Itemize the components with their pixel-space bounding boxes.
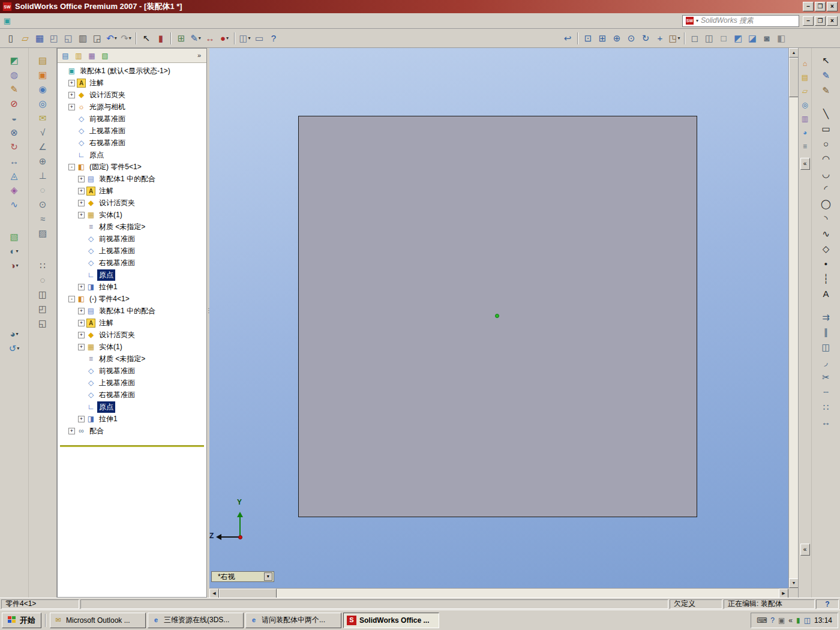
- tree-expander[interactable]: +: [68, 80, 75, 86]
- tree-expander[interactable]: +: [78, 176, 85, 182]
- hidden-lines-visible-icon[interactable]: ◫▾: [702, 31, 716, 46]
- section-view-icon[interactable]: ◧▾: [774, 31, 788, 46]
- task-button[interactable]: ✉ Microsoft Outlook ...: [50, 613, 146, 628]
- dropdown-caret-icon[interactable]: ▾: [17, 346, 19, 351]
- tree-item[interactable]: ∟ 原点: [58, 401, 206, 413]
- task-button[interactable]: e 三维资源在线(3DS...: [148, 613, 244, 628]
- change-suppression-icon[interactable]: ◒▾: [4, 110, 25, 125]
- scroll-down-button[interactable]: ▼: [789, 578, 798, 588]
- modify-sketch-icon[interactable]: ↔▾: [817, 415, 835, 430]
- tree-item[interactable]: + ▦ 实体(1): [58, 341, 206, 353]
- trim-entities-icon[interactable]: ✂▾: [817, 370, 835, 385]
- datum-target-icon[interactable]: ◌▾: [32, 182, 53, 197]
- tree-item[interactable]: + ◆ 设计活页夹: [58, 89, 206, 101]
- rectangle-icon[interactable]: ▭▾: [817, 121, 835, 136]
- redo-icon[interactable]: ↷▾: [119, 31, 133, 46]
- tree-item[interactable]: ≡ 材质 <未指定>: [58, 353, 206, 365]
- propertymanager-tab-icon[interactable]: ▥: [73, 50, 85, 61]
- tree-item[interactable]: ◇ 前视基准面: [58, 365, 206, 377]
- menu-item[interactable]: [32, 19, 42, 23]
- scroll-left-button[interactable]: ◀: [209, 589, 219, 598]
- help-tray-icon[interactable]: ?: [770, 616, 775, 625]
- search-icon[interactable]: ◎: [799, 99, 811, 110]
- point-icon[interactable]: •▾: [817, 256, 835, 271]
- tree-item[interactable]: + ◨ 拉伸1: [58, 413, 206, 425]
- print-preview-icon[interactable]: ◲▾: [90, 31, 104, 46]
- hidden-lines-removed-icon[interactable]: □▾: [716, 31, 731, 46]
- hole-callout-icon[interactable]: ⊙▾: [32, 197, 53, 211]
- table-icon[interactable]: ◰▾: [32, 301, 53, 316]
- parabola-icon[interactable]: ◝▾: [817, 211, 835, 226]
- animation-icon[interactable]: ↺▾: [4, 341, 25, 355]
- tree-item[interactable]: + ▤ 装配体1 中的配合: [58, 305, 206, 317]
- note-icon[interactable]: ✉▾: [32, 110, 53, 125]
- close-button[interactable]: ×: [827, 2, 838, 11]
- menu-item[interactable]: [23, 19, 32, 23]
- shaded-with-edges-icon[interactable]: ◩▾: [731, 31, 745, 46]
- interference-detection-icon[interactable]: ⊗▾: [4, 125, 25, 139]
- toggle-grid-icon[interactable]: ⊞▾: [174, 31, 188, 46]
- tree-expander[interactable]: +: [78, 188, 85, 194]
- view-palette-icon[interactable]: ▥: [799, 113, 811, 124]
- task-button[interactable]: S SolidWorks Office ...: [343, 613, 439, 628]
- menu-item[interactable]: [42, 19, 52, 23]
- tree-expander[interactable]: -: [68, 164, 75, 170]
- menu-item[interactable]: [71, 19, 80, 23]
- surface-finish-icon[interactable]: √▾: [32, 125, 53, 139]
- centerpoint-arc-icon[interactable]: ◠▾: [817, 151, 835, 166]
- geometric-tolerance-icon[interactable]: ⊕▾: [32, 154, 53, 168]
- select-icon[interactable]: ↖▾: [139, 31, 154, 46]
- mirror-components-icon[interactable]: ◫▾: [32, 287, 53, 301]
- tree-expander[interactable]: +: [78, 332, 85, 338]
- rebuild-icon[interactable]: ●▾: [217, 31, 232, 46]
- tree-item[interactable]: + ∞ 配合: [58, 425, 206, 437]
- display-tray-icon[interactable]: ◫: [804, 616, 811, 625]
- weld-symbol-icon[interactable]: ∠▾: [32, 139, 53, 154]
- render-icon[interactable]: ◕▾: [4, 326, 25, 341]
- tree-expander[interactable]: +: [78, 200, 85, 206]
- tree-item[interactable]: - ◧ (固定) 零件5<1>: [58, 161, 206, 173]
- tree-item[interactable]: ▣ 装配体1 (默认<显示状态-1>): [58, 65, 206, 77]
- zoom-fit-icon[interactable]: ⊡▾: [581, 31, 595, 46]
- tree-item[interactable]: ≡ 材质 <未指定>: [58, 221, 206, 233]
- tree-item[interactable]: ◇ 右视基准面: [58, 137, 206, 149]
- circle-icon[interactable]: ○▾: [817, 136, 835, 151]
- zoom-selection-icon[interactable]: ⊙▾: [624, 31, 638, 46]
- dropdown-caret-icon[interactable]: ▾: [226, 35, 229, 41]
- fullscreen-icon[interactable]: ▭▾: [252, 31, 266, 46]
- assembly-features-icon[interactable]: ◬▾: [4, 168, 25, 182]
- ellipse-icon[interactable]: ◯▾: [817, 196, 835, 211]
- hidden-components-icon[interactable]: ◍▾: [4, 67, 25, 82]
- hyperlink-icon[interactable]: ◎▾: [32, 96, 53, 110]
- tree-item[interactable]: ◇ 上视基准面: [58, 245, 206, 257]
- tree-item[interactable]: ◇ 前视基准面: [58, 233, 206, 245]
- clock[interactable]: 13:14: [814, 616, 832, 625]
- line-icon[interactable]: ╲▾: [817, 106, 835, 121]
- pan-icon[interactable]: +▾: [653, 31, 667, 46]
- scene-icon[interactable]: ◑▾: [4, 258, 25, 272]
- sketch-pencil-icon[interactable]: ✎▾: [817, 68, 835, 83]
- centerline-icon[interactable]: ┆▾: [817, 271, 835, 286]
- mirror-entities-icon[interactable]: ◫▾: [817, 340, 835, 355]
- dropdown-caret-icon[interactable]: ▾: [129, 35, 131, 41]
- horizontal-scrollbar[interactable]: ◀ ▶: [209, 588, 788, 598]
- keyboard-icon[interactable]: ⌨: [757, 616, 767, 625]
- tree-expander[interactable]: +: [78, 308, 85, 314]
- three-point-arc-icon[interactable]: ◜▾: [817, 181, 835, 196]
- design-binder-icon[interactable]: ▤▾: [32, 53, 53, 67]
- assembly-origin-point[interactable]: [495, 314, 499, 318]
- datum-feature-icon[interactable]: ⊥▾: [32, 168, 53, 182]
- tangent-arc-icon[interactable]: ◡▾: [817, 166, 835, 181]
- block-icon[interactable]: ◱▾: [32, 316, 53, 330]
- mdi-restore-button[interactable]: ❐: [815, 16, 826, 26]
- task-pane-collapse-button[interactable]: «: [800, 544, 810, 556]
- circular-pattern-icon[interactable]: ◌▾: [32, 272, 53, 287]
- custom-properties-icon[interactable]: ≡: [799, 140, 811, 152]
- shaded-icon[interactable]: ◪▾: [745, 31, 760, 46]
- make-assembly-icon[interactable]: ◱▾: [61, 31, 76, 46]
- hide-tray-icons-chevron[interactable]: «: [788, 616, 793, 625]
- solidworks-resources-icon[interactable]: ⌂: [799, 58, 811, 69]
- tree-item[interactable]: + ◆ 设计活页夹: [58, 197, 206, 209]
- edit-component-icon[interactable]: ✎▾: [4, 82, 25, 96]
- status-help-icon[interactable]: ?: [816, 599, 839, 609]
